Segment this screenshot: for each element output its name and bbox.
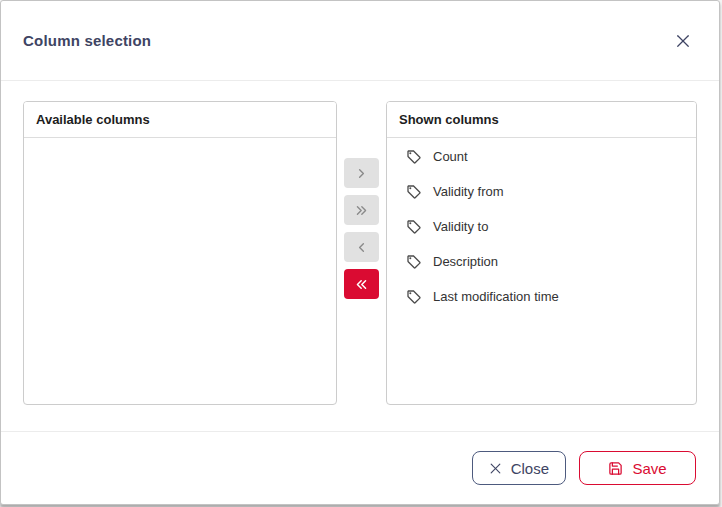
tag-icon [406,289,422,305]
shown-column-label: Validity to [433,219,488,234]
close-button-label: Close [511,460,549,477]
dialog-body: Available columns [1,81,719,431]
double-chevron-right-icon [354,203,369,218]
dialog-header: Column selection [1,1,719,81]
chevron-left-icon [354,240,369,255]
shown-column-item[interactable]: Last modification time [387,279,696,314]
save-button[interactable]: Save [579,451,696,485]
tag-icon [406,184,422,200]
shown-columns-list: Count Validity from [387,138,696,404]
save-floppy-icon [608,461,623,476]
shown-column-item[interactable]: Validity from [387,174,696,209]
close-button[interactable]: Close [472,451,566,485]
dialog-close-icon[interactable] [671,29,695,53]
shown-column-item[interactable]: Validity to [387,209,696,244]
x-icon [489,462,502,475]
shown-column-label: Description [433,254,498,269]
transfer-buttons [337,101,386,405]
available-columns-header: Available columns [24,102,336,138]
save-button-label: Save [632,460,666,477]
tag-icon [406,149,422,165]
double-chevron-left-icon [354,277,369,292]
shown-column-item[interactable]: Count [387,139,696,174]
available-columns-list [24,138,336,404]
available-columns-panel: Available columns [23,101,337,405]
move-selected-right-button[interactable] [344,158,379,188]
move-all-left-button[interactable] [344,269,379,299]
column-selection-dialog: Column selection Available columns [0,0,720,505]
shown-column-item[interactable]: Description [387,244,696,279]
move-all-right-button[interactable] [344,195,379,225]
shown-column-label: Last modification time [433,289,559,304]
shown-columns-header: Shown columns [387,102,696,138]
dialog-title: Column selection [23,32,151,49]
tag-icon [406,254,422,270]
tag-icon [406,219,422,235]
chevron-right-icon [354,166,369,181]
move-selected-left-button[interactable] [344,232,379,262]
shown-column-label: Validity from [433,184,504,199]
dialog-footer: Close Save [1,431,719,504]
shown-column-label: Count [433,149,468,164]
shown-columns-panel: Shown columns Count [386,101,697,405]
x-icon [674,32,692,50]
